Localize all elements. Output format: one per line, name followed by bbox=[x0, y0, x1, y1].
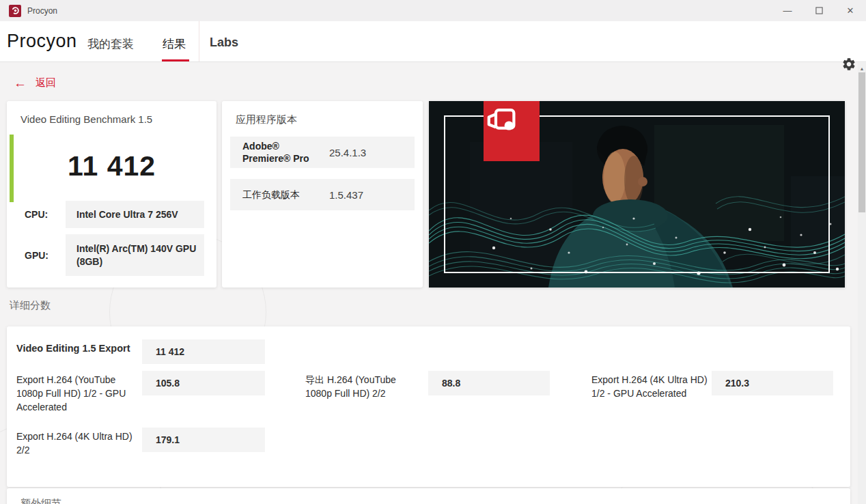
cpu-value: Intel Core Ultra 7 256V bbox=[66, 201, 204, 228]
extra-details-card: 额外细节 bbox=[7, 488, 850, 504]
maximize-button[interactable] bbox=[803, 0, 835, 21]
vertical-scrollbar[interactable]: ▲ bbox=[858, 63, 866, 504]
benchmark-title: Video Editing Benchmark 1.5 bbox=[20, 113, 152, 125]
video-camera-icon bbox=[484, 101, 520, 138]
benchmark-summary-card: Video Editing Benchmark 1.5 11 412 CPU: … bbox=[7, 101, 216, 288]
nav-divider bbox=[199, 21, 199, 61]
score-row-label: Export H.264 (4K Ultra HD) 1/2 - GPU Acc… bbox=[591, 373, 713, 400]
version-row: Adobe® Premiere® Pro 25.4.1.3 bbox=[230, 137, 415, 168]
score-row-label: 导出 H.264 (YouTube 1080p Full HD) 2/2 bbox=[305, 373, 423, 400]
results-page: ← 返回 Video Editing Benchmark 1.5 11 412 … bbox=[0, 63, 858, 504]
gpu-value: Intel(R) Arc(TM) 140V GPU (8GB) bbox=[66, 234, 204, 276]
version-row: 工作负载版本 1.5.437 bbox=[230, 179, 415, 210]
version-value: 1.5.437 bbox=[329, 189, 363, 201]
app-versions-title: 应用程序版本 bbox=[236, 113, 297, 126]
benchmark-score: 11 412 bbox=[7, 150, 216, 182]
detailed-scores-card: Video Editing 1.5 Export 11 412 Export H… bbox=[7, 326, 850, 487]
extra-details-title: 额外细节 bbox=[20, 497, 61, 504]
close-button[interactable]: ✕ bbox=[835, 0, 866, 21]
window-controls: — ✕ bbox=[772, 0, 866, 21]
version-value: 25.4.1.3 bbox=[329, 147, 366, 158]
tab-results-label: 结果 bbox=[163, 38, 186, 51]
procyon-logo-icon bbox=[9, 5, 21, 17]
video-benchmark-badge bbox=[484, 101, 540, 161]
back-label: 返回 bbox=[36, 76, 56, 89]
score-row-value: 105.8 bbox=[142, 371, 265, 395]
brand-logo-text: Procyon bbox=[7, 31, 77, 52]
score-row-value: 179.1 bbox=[142, 428, 265, 452]
procyon-app-window: Procyon — ✕ Procyon 我的套装 结果 Labs bbox=[0, 0, 866, 504]
version-label: 工作负载版本 bbox=[242, 188, 321, 201]
app-versions-card: 应用程序版本 Adobe® Premiere® Pro 25.4.1.3 工作负… bbox=[222, 101, 423, 288]
score-row-label: Video Editing 1.5 Export bbox=[16, 341, 139, 355]
settings-gear-icon[interactable] bbox=[841, 57, 856, 72]
tab-my-suites[interactable]: 我的套装 bbox=[87, 36, 134, 52]
cpu-label: CPU: bbox=[25, 209, 48, 220]
version-label: Adobe® Premiere® Pro bbox=[242, 140, 321, 165]
back-button[interactable]: ← 返回 bbox=[14, 76, 56, 89]
score-row-value: 11 412 bbox=[142, 339, 265, 364]
gpu-label: GPU: bbox=[25, 250, 48, 261]
score-row-value: 210.3 bbox=[712, 371, 833, 395]
benchmark-hero-image bbox=[429, 101, 845, 288]
main-nav: Procyon 我的套装 结果 Labs bbox=[0, 21, 866, 62]
score-row-label: Export H.264 (4K Ultra HD) 2/2 bbox=[16, 430, 134, 457]
maximize-icon bbox=[815, 7, 823, 14]
scrollbar-up-arrow[interactable]: ▲ bbox=[858, 64, 866, 72]
minimize-button[interactable]: — bbox=[772, 0, 803, 21]
scrollbar-thumb[interactable] bbox=[858, 72, 865, 212]
tab-results[interactable]: 结果 bbox=[163, 36, 186, 52]
tab-labs[interactable]: Labs bbox=[210, 36, 238, 50]
window-title: Procyon bbox=[27, 6, 57, 16]
detailed-scores-title: 详细分数 bbox=[10, 299, 51, 312]
score-row-label: Export H.264 (YouTube 1080p Full HD) 1/2… bbox=[16, 373, 134, 414]
active-tab-underline bbox=[162, 59, 189, 61]
score-row-value: 88.8 bbox=[428, 371, 550, 395]
window-titlebar: Procyon — ✕ bbox=[0, 0, 866, 21]
back-arrow-icon: ← bbox=[14, 76, 27, 89]
